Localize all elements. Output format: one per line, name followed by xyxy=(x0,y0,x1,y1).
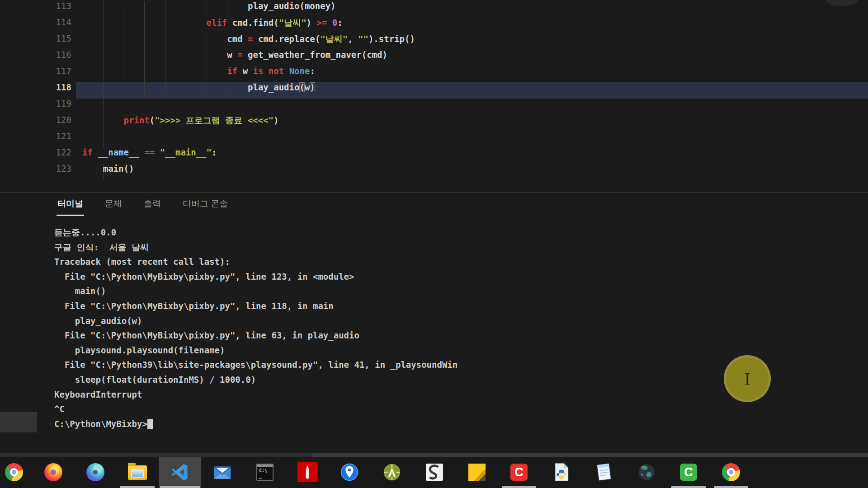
taskbar-icon-chrome[interactable] xyxy=(4,462,24,483)
terminal-line: File "C:\Python\MyBixby\pixby.py", line … xyxy=(54,328,458,343)
terminal-line: ^C xyxy=(54,402,458,417)
taskbar-icon-location-pin-app[interactable] xyxy=(339,462,360,483)
code-line[interactable]: if w is not None: xyxy=(0,66,868,82)
taskbar-icon-sticky-notes[interactable] xyxy=(467,462,487,483)
code-line[interactable]: play_audio(money) xyxy=(0,1,868,17)
code-line[interactable]: cmd = cmd.replace("날씨", "").strip() xyxy=(0,33,868,50)
editor-panel-divider[interactable] xyxy=(0,192,868,192)
code-line[interactable]: w = get_weather_from_naver(cmd) xyxy=(0,50,868,66)
taskbar-running-indicator xyxy=(502,486,536,488)
panel-tab-문제[interactable]: 문제 xyxy=(105,198,122,210)
terminal-line: File "C:\Python39\lib\site-packages\play… xyxy=(54,357,458,372)
terminal-line: main() xyxy=(54,284,458,299)
taskbar-icon-camtasia[interactable]: C xyxy=(509,462,529,483)
panel-tab-출력[interactable]: 출력 xyxy=(144,198,161,210)
taskbar-icon-file-explorer[interactable] xyxy=(127,462,148,483)
terminal-line: File "C:\Python\MyBixby\pixby.py", line … xyxy=(54,299,458,314)
taskbar-icon-android-studio[interactable] xyxy=(382,462,402,483)
taskbar-icon-visual-studio-code[interactable] xyxy=(170,462,190,483)
terminal-prompt[interactable]: C:\Python\MyBixby> xyxy=(54,417,458,432)
taskbar-running-indicator xyxy=(714,486,748,488)
taskbar-icon-camtasia-recorder[interactable]: C xyxy=(678,462,699,483)
left-edge-box xyxy=(0,412,37,432)
code-line[interactable]: play_audio(w) xyxy=(0,82,868,99)
panel-tab-디버그 콘솔[interactable]: 디버그 콘솔 xyxy=(183,198,228,210)
taskbar-icon-chrome-2[interactable] xyxy=(721,462,741,483)
taskbar-icon-globe-app[interactable] xyxy=(636,462,657,483)
terminal-line: 구글 인식: 서울 날씨 xyxy=(54,240,458,255)
taskbar-icon-firefox-nightly[interactable] xyxy=(85,462,106,483)
code-line[interactable]: main() xyxy=(0,164,868,180)
taskbar-icon-notepad[interactable] xyxy=(594,462,614,483)
terminal-line: play_audio(w) xyxy=(54,314,458,328)
terminal-output[interactable]: 듣는중....0.0구글 인식: 서울 날씨Traceback (most re… xyxy=(54,225,458,431)
taskbar-running-indicator xyxy=(120,486,155,488)
code-line[interactable]: elif cmd.find("날씨") >= 0: xyxy=(0,17,868,33)
terminal-cursor xyxy=(147,419,153,429)
taskbar-icon-firefox-developer[interactable] xyxy=(43,462,64,483)
terminal-line: KeyboardInterrupt xyxy=(54,387,458,402)
terminal-line: playsound.playsound(filename) xyxy=(54,343,458,358)
code-line[interactable]: print(">>>> 프로그램 종료 <<<<") xyxy=(0,115,868,131)
vscode-window: 113114115116117118119120121122123 play_a… xyxy=(0,0,868,488)
background-window-strip xyxy=(0,453,868,457)
code-line[interactable] xyxy=(0,131,868,147)
code-line[interactable]: if __name__ == "__main__": xyxy=(0,147,868,164)
taskbar-running-indicator xyxy=(160,486,200,488)
panel-tab-터미널[interactable]: 터미널 xyxy=(57,198,83,210)
ibeam-cursor-icon: I xyxy=(745,369,750,389)
taskbar-icon-command-prompt[interactable]: C:\ _ xyxy=(255,462,275,483)
taskbar-icon-python-file[interactable] xyxy=(551,462,572,483)
terminal-line: 듣는중....0.0 xyxy=(54,225,458,240)
terminal-line: sleep(float(durationInMS) / 1000.0) xyxy=(54,372,458,387)
taskbar-icon-clip-studio-paint[interactable] xyxy=(424,462,445,483)
taskbar: C:\ _CC xyxy=(0,457,868,488)
taskbar-running-indicator xyxy=(671,486,706,488)
mouse-cursor-highlight: I xyxy=(724,355,771,402)
code-line[interactable] xyxy=(0,99,868,115)
panel-tab-bar: 터미널문제출력디버그 콘솔 xyxy=(57,198,228,210)
taskbar-icon-drawing-app[interactable] xyxy=(297,462,318,483)
taskbar-icon-mail[interactable] xyxy=(212,462,233,483)
code-editor[interactable]: 113114115116117118119120121122123 play_a… xyxy=(0,0,868,192)
terminal-line: File "C:\Python\MyBixby\pixby.py", line … xyxy=(54,269,458,284)
terminal-line: Traceback (most recent call last): xyxy=(54,254,458,269)
